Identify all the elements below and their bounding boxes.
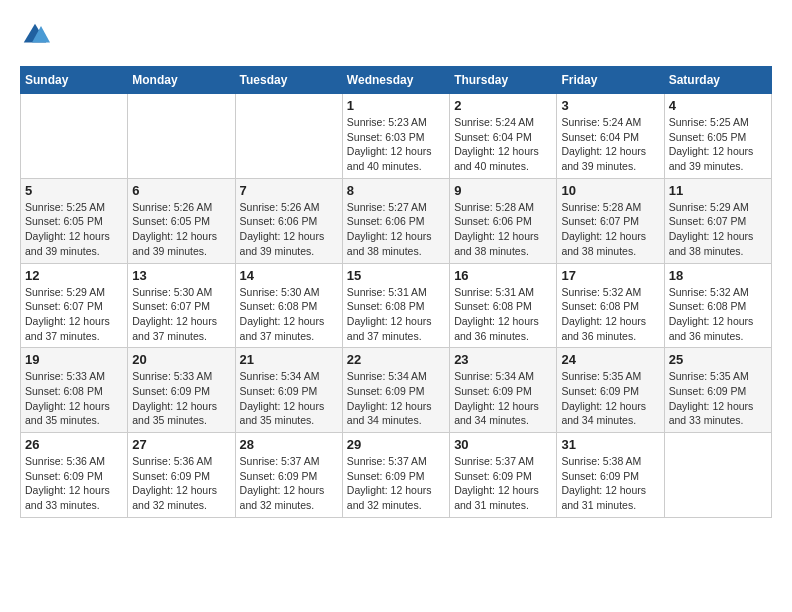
day-number: 8 <box>347 183 445 198</box>
calendar-cell: 26Sunrise: 5:36 AMSunset: 6:09 PMDayligh… <box>21 433 128 518</box>
weekday-header: Thursday <box>450 67 557 94</box>
calendar-cell <box>235 94 342 179</box>
day-number: 22 <box>347 352 445 367</box>
day-number: 30 <box>454 437 552 452</box>
day-number: 15 <box>347 268 445 283</box>
calendar-cell: 8Sunrise: 5:27 AMSunset: 6:06 PMDaylight… <box>342 178 449 263</box>
calendar-cell: 15Sunrise: 5:31 AMSunset: 6:08 PMDayligh… <box>342 263 449 348</box>
day-number: 7 <box>240 183 338 198</box>
calendar-cell: 4Sunrise: 5:25 AMSunset: 6:05 PMDaylight… <box>664 94 771 179</box>
weekday-header: Tuesday <box>235 67 342 94</box>
day-info: Sunrise: 5:24 AMSunset: 6:04 PMDaylight:… <box>454 115 552 174</box>
day-number: 12 <box>25 268 123 283</box>
calendar-cell: 13Sunrise: 5:30 AMSunset: 6:07 PMDayligh… <box>128 263 235 348</box>
calendar-week: 1Sunrise: 5:23 AMSunset: 6:03 PMDaylight… <box>21 94 772 179</box>
day-info: Sunrise: 5:36 AMSunset: 6:09 PMDaylight:… <box>132 454 230 513</box>
calendar-cell: 7Sunrise: 5:26 AMSunset: 6:06 PMDaylight… <box>235 178 342 263</box>
calendar-cell <box>128 94 235 179</box>
calendar-cell: 30Sunrise: 5:37 AMSunset: 6:09 PMDayligh… <box>450 433 557 518</box>
day-number: 17 <box>561 268 659 283</box>
day-number: 25 <box>669 352 767 367</box>
calendar-cell: 3Sunrise: 5:24 AMSunset: 6:04 PMDaylight… <box>557 94 664 179</box>
day-info: Sunrise: 5:31 AMSunset: 6:08 PMDaylight:… <box>347 285 445 344</box>
calendar-cell: 14Sunrise: 5:30 AMSunset: 6:08 PMDayligh… <box>235 263 342 348</box>
day-number: 23 <box>454 352 552 367</box>
day-number: 19 <box>25 352 123 367</box>
day-info: Sunrise: 5:37 AMSunset: 6:09 PMDaylight:… <box>240 454 338 513</box>
calendar-cell <box>664 433 771 518</box>
calendar-cell: 22Sunrise: 5:34 AMSunset: 6:09 PMDayligh… <box>342 348 449 433</box>
day-number: 13 <box>132 268 230 283</box>
calendar-cell: 18Sunrise: 5:32 AMSunset: 6:08 PMDayligh… <box>664 263 771 348</box>
day-info: Sunrise: 5:31 AMSunset: 6:08 PMDaylight:… <box>454 285 552 344</box>
day-info: Sunrise: 5:33 AMSunset: 6:08 PMDaylight:… <box>25 369 123 428</box>
calendar-cell: 28Sunrise: 5:37 AMSunset: 6:09 PMDayligh… <box>235 433 342 518</box>
day-info: Sunrise: 5:35 AMSunset: 6:09 PMDaylight:… <box>561 369 659 428</box>
page-header <box>20 20 772 50</box>
day-info: Sunrise: 5:26 AMSunset: 6:05 PMDaylight:… <box>132 200 230 259</box>
day-number: 20 <box>132 352 230 367</box>
day-number: 9 <box>454 183 552 198</box>
day-number: 10 <box>561 183 659 198</box>
calendar-cell: 31Sunrise: 5:38 AMSunset: 6:09 PMDayligh… <box>557 433 664 518</box>
day-number: 4 <box>669 98 767 113</box>
calendar-cell <box>21 94 128 179</box>
day-number: 28 <box>240 437 338 452</box>
calendar-cell: 29Sunrise: 5:37 AMSunset: 6:09 PMDayligh… <box>342 433 449 518</box>
day-info: Sunrise: 5:30 AMSunset: 6:08 PMDaylight:… <box>240 285 338 344</box>
day-number: 16 <box>454 268 552 283</box>
weekday-header: Saturday <box>664 67 771 94</box>
calendar-week: 12Sunrise: 5:29 AMSunset: 6:07 PMDayligh… <box>21 263 772 348</box>
weekday-header: Sunday <box>21 67 128 94</box>
logo <box>20 20 54 50</box>
calendar-cell: 5Sunrise: 5:25 AMSunset: 6:05 PMDaylight… <box>21 178 128 263</box>
calendar-cell: 21Sunrise: 5:34 AMSunset: 6:09 PMDayligh… <box>235 348 342 433</box>
calendar-cell: 1Sunrise: 5:23 AMSunset: 6:03 PMDaylight… <box>342 94 449 179</box>
calendar-header: SundayMondayTuesdayWednesdayThursdayFrid… <box>21 67 772 94</box>
day-number: 21 <box>240 352 338 367</box>
day-info: Sunrise: 5:34 AMSunset: 6:09 PMDaylight:… <box>454 369 552 428</box>
day-info: Sunrise: 5:28 AMSunset: 6:07 PMDaylight:… <box>561 200 659 259</box>
day-number: 24 <box>561 352 659 367</box>
calendar-cell: 17Sunrise: 5:32 AMSunset: 6:08 PMDayligh… <box>557 263 664 348</box>
weekday-header: Friday <box>557 67 664 94</box>
logo-icon <box>20 20 50 50</box>
calendar-cell: 6Sunrise: 5:26 AMSunset: 6:05 PMDaylight… <box>128 178 235 263</box>
day-number: 27 <box>132 437 230 452</box>
day-number: 11 <box>669 183 767 198</box>
day-number: 26 <box>25 437 123 452</box>
calendar-cell: 10Sunrise: 5:28 AMSunset: 6:07 PMDayligh… <box>557 178 664 263</box>
day-number: 3 <box>561 98 659 113</box>
day-info: Sunrise: 5:26 AMSunset: 6:06 PMDaylight:… <box>240 200 338 259</box>
day-info: Sunrise: 5:29 AMSunset: 6:07 PMDaylight:… <box>669 200 767 259</box>
day-info: Sunrise: 5:32 AMSunset: 6:08 PMDaylight:… <box>561 285 659 344</box>
day-number: 1 <box>347 98 445 113</box>
day-info: Sunrise: 5:29 AMSunset: 6:07 PMDaylight:… <box>25 285 123 344</box>
calendar-week: 5Sunrise: 5:25 AMSunset: 6:05 PMDaylight… <box>21 178 772 263</box>
calendar-cell: 12Sunrise: 5:29 AMSunset: 6:07 PMDayligh… <box>21 263 128 348</box>
calendar-cell: 9Sunrise: 5:28 AMSunset: 6:06 PMDaylight… <box>450 178 557 263</box>
day-info: Sunrise: 5:35 AMSunset: 6:09 PMDaylight:… <box>669 369 767 428</box>
day-info: Sunrise: 5:25 AMSunset: 6:05 PMDaylight:… <box>669 115 767 174</box>
weekday-header: Monday <box>128 67 235 94</box>
day-info: Sunrise: 5:36 AMSunset: 6:09 PMDaylight:… <box>25 454 123 513</box>
calendar-cell: 24Sunrise: 5:35 AMSunset: 6:09 PMDayligh… <box>557 348 664 433</box>
day-info: Sunrise: 5:24 AMSunset: 6:04 PMDaylight:… <box>561 115 659 174</box>
day-info: Sunrise: 5:30 AMSunset: 6:07 PMDaylight:… <box>132 285 230 344</box>
day-info: Sunrise: 5:37 AMSunset: 6:09 PMDaylight:… <box>454 454 552 513</box>
day-number: 29 <box>347 437 445 452</box>
day-number: 6 <box>132 183 230 198</box>
calendar-cell: 20Sunrise: 5:33 AMSunset: 6:09 PMDayligh… <box>128 348 235 433</box>
calendar-cell: 2Sunrise: 5:24 AMSunset: 6:04 PMDaylight… <box>450 94 557 179</box>
calendar-cell: 11Sunrise: 5:29 AMSunset: 6:07 PMDayligh… <box>664 178 771 263</box>
day-info: Sunrise: 5:28 AMSunset: 6:06 PMDaylight:… <box>454 200 552 259</box>
day-number: 2 <box>454 98 552 113</box>
day-info: Sunrise: 5:32 AMSunset: 6:08 PMDaylight:… <box>669 285 767 344</box>
calendar-cell: 25Sunrise: 5:35 AMSunset: 6:09 PMDayligh… <box>664 348 771 433</box>
weekday-header: Wednesday <box>342 67 449 94</box>
day-number: 14 <box>240 268 338 283</box>
day-info: Sunrise: 5:23 AMSunset: 6:03 PMDaylight:… <box>347 115 445 174</box>
day-info: Sunrise: 5:27 AMSunset: 6:06 PMDaylight:… <box>347 200 445 259</box>
day-info: Sunrise: 5:38 AMSunset: 6:09 PMDaylight:… <box>561 454 659 513</box>
day-info: Sunrise: 5:25 AMSunset: 6:05 PMDaylight:… <box>25 200 123 259</box>
